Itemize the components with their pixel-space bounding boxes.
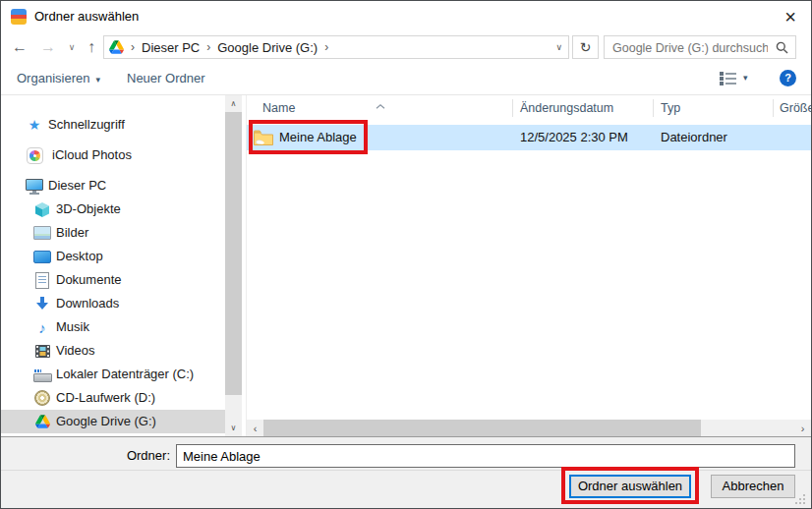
sidebar-item-cd-drive-d[interactable]: CD-Laufwerk (D:) [1,386,225,410]
column-header-modified[interactable]: Änderungsdatum [520,95,613,121]
close-button[interactable]: × [776,2,805,31]
downloads-arrow-icon [32,295,52,312]
music-note-icon: ♪ [38,320,46,335]
history-dropdown-icon[interactable]: ∨ [65,32,79,62]
new-folder-button[interactable]: Neuer Ordner [127,62,204,94]
sidebar-item-label: Downloads [56,292,119,315]
cancel-button[interactable]: Abbrechen [711,475,795,498]
scroll-right-icon[interactable]: › [794,420,811,436]
address-bar[interactable]: › Dieser PC › Google Drive (G:) › ∨ [103,35,569,59]
desktop-icon [33,251,51,263]
this-pc-icon [26,178,43,194]
search-icon[interactable] [776,41,788,57]
sidebar-item-label: Schnellzugriff [48,113,125,137]
documents-icon [35,272,49,289]
scroll-left-icon[interactable]: ‹ [247,420,263,436]
sidebar-item-music[interactable]: ♪ Musik [1,315,225,339]
sidebar-item-label: CD-Laufwerk (D:) [56,386,155,410]
icloud-photos-icon [27,147,43,164]
refresh-button[interactable]: ↻ [572,35,599,59]
folder-field-label: Ordner: [99,444,170,468]
google-drive-icon [109,40,124,54]
column-divider[interactable] [512,99,513,117]
scrollbar-thumb[interactable] [225,112,242,395]
table-row-meine-ablage[interactable]: Meine Ablage 12/5/2025 2:30 PM Dateiordn… [247,125,811,150]
folder-picker-dialog: Ordner auswählen × ← → ∨ ↑ › Dieser PC ›… [0,0,812,509]
breadcrumb-separator-icon[interactable]: › [318,40,335,54]
horizontal-scrollbar[interactable]: ‹ › [247,420,811,436]
file-type: Dateiordner [661,125,727,150]
view-dropdown-icon[interactable]: ▾ [743,62,748,94]
breadcrumb-google-drive[interactable]: Google Drive (G:) [217,40,318,55]
column-divider[interactable] [773,99,774,117]
scrollbar-thumb[interactable] [263,420,701,436]
sidebar-item-label: Google Drive (G:) [56,410,156,433]
app-icon [11,9,27,25]
column-header-name[interactable]: Name [262,95,295,121]
select-folder-button[interactable]: Ordner auswählen [569,475,691,498]
3d-objects-cube-icon [32,200,52,218]
chevron-down-icon: ▾ [95,75,100,85]
sidebar-item-label: Bilder [56,221,88,245]
sidebar-scrollbar[interactable]: ∧ ∨ [225,95,242,436]
sidebar-item-videos[interactable]: Videos [1,339,225,363]
google-drive-icon [32,413,52,430]
sidebar-item-label: Dokumente [56,268,121,292]
navigation-bar: ← → ∨ ↑ › Dieser PC › Google Drive (G:) … [1,32,811,62]
sidebar-item-label: Lokaler Datenträger (C:) [56,363,194,386]
dialog-footer: Ordner: Ordner auswählen Abbrechen [1,436,811,509]
column-header-type[interactable]: Typ [661,95,680,121]
file-list: Name Änderungsdatum Typ Größe Meine Abla… [247,95,811,436]
footer-divider [1,470,811,471]
sidebar-item-label: iCloud Photos [52,143,132,167]
sidebar-item-pictures[interactable]: Bilder [1,221,225,245]
scroll-down-icon[interactable]: ∨ [225,420,242,436]
sidebar-item-label: Musik [56,315,89,339]
sidebar-item-desktop[interactable]: Desktop [1,245,225,268]
file-name: Meine Ablage [279,125,357,150]
sidebar-item-label: Desktop [56,245,103,268]
title-bar: Ordner auswählen × [1,1,811,32]
cd-drive-icon [34,390,50,406]
command-toolbar: Organisieren▾ Neuer Ordner ▾ ? [1,62,811,95]
help-button[interactable]: ? [780,70,796,86]
address-dropdown-icon[interactable]: ∨ [555,36,562,58]
organize-label: Organisieren [17,71,89,85]
sidebar-item-label: 3D-Objekte [56,198,121,221]
sidebar-item-icloud-photos[interactable]: iCloud Photos [1,143,225,167]
sidebar-item-downloads[interactable]: Downloads [1,292,225,315]
breadcrumb-separator-icon[interactable]: › [200,40,217,54]
sidebar-item-documents[interactable]: Dokumente [1,268,225,292]
window-title: Ordner auswählen [34,1,139,32]
column-header-size[interactable]: Größe [780,95,812,121]
sidebar-item-label: Videos [56,339,95,363]
sidebar-item-this-pc[interactable]: Dieser PC [1,174,225,198]
scroll-up-icon[interactable]: ∧ [225,95,242,112]
drive-folder-icon [254,130,273,148]
sidebar-item-quick-access[interactable]: ★ Schnellzugriff [1,113,225,137]
videos-film-icon [32,342,52,360]
forward-button: → [37,32,59,62]
folder-name-input[interactable] [176,444,795,468]
search-input[interactable] [610,37,770,59]
up-button[interactable]: ↑ [81,32,102,62]
list-header: Name Änderungsdatum Typ Größe [247,95,811,121]
breadcrumb-separator-icon: › [124,40,142,54]
organize-button[interactable]: Organisieren▾ [17,62,100,94]
quick-access-star-icon: ★ [29,118,41,132]
sidebar-item-google-drive-g[interactable]: Google Drive (G:) [1,410,225,433]
column-divider[interactable] [653,99,654,117]
pictures-icon [33,226,51,240]
local-disk-icon [33,373,52,382]
sidebar-item-label: Dieser PC [48,174,106,198]
file-modified-date: 12/5/2025 2:30 PM [520,125,628,150]
resize-grip[interactable] [803,502,805,504]
sidebar-item-local-disk-c[interactable]: Lokaler Datenträger (C:) [1,363,225,386]
change-view-icon[interactable] [720,72,737,88]
back-button[interactable]: ← [9,32,30,62]
breadcrumb-this-pc[interactable]: Dieser PC [142,40,200,55]
sidebar-item-3d-objects[interactable]: 3D-Objekte [1,198,225,221]
sort-ascending-icon [376,97,385,112]
search-box [604,35,796,59]
